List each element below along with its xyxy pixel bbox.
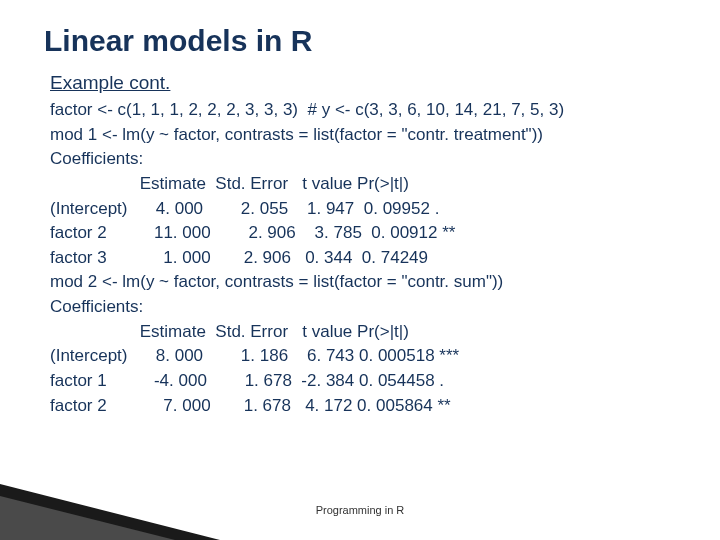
decorative-corner bbox=[0, 484, 220, 540]
example-subhead: Example cont. bbox=[50, 72, 676, 94]
code-output-block: factor <- c(1, 1, 1, 2, 2, 2, 3, 3, 3) #… bbox=[50, 98, 676, 418]
slide-title: Linear models in R bbox=[44, 24, 676, 58]
